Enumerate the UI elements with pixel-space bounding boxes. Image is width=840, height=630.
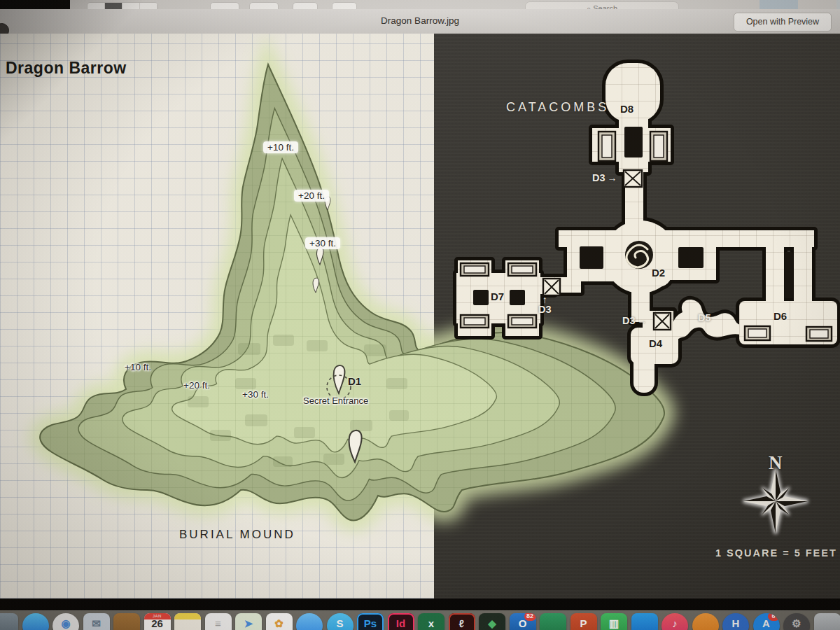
window-title: Dragon Barrow.jpg [0, 15, 840, 26]
dock-safari-icon[interactable] [22, 613, 49, 630]
finder-toolbar-strip: ⌕ Search [0, 0, 840, 9]
dock-numbers-icon[interactable]: ▥ [601, 613, 627, 630]
dock-finder-icon[interactable] [0, 613, 18, 630]
dock-powerpoint-icon[interactable]: P [570, 613, 597, 630]
dock-excel-icon[interactable]: x [418, 613, 444, 630]
reminders-glyph: ≡ [205, 617, 232, 629]
quicklook-titlebar: Dragon Barrow.jpg Open with Preview [0, 9, 840, 34]
map-image: Dragon Barrow +10 ft. +20 ft. +30 ft. +1… [0, 34, 840, 598]
map-drawing [0, 34, 840, 598]
dock-reminders-icon[interactable]: ≡ [205, 613, 232, 630]
open-with-preview-button[interactable]: Open with Preview [734, 13, 832, 31]
excel-glyph: x [418, 617, 444, 629]
dock-chrome-icon[interactable]: ◉ [52, 613, 79, 630]
notes-top-strip [174, 613, 201, 620]
spiral-stair-icon [625, 241, 653, 269]
skype-glyph: S [327, 617, 354, 629]
photos-glyph: ✿ [266, 617, 293, 630]
dock-system-preferences-icon[interactable]: ⚙ [783, 613, 810, 630]
app-store-badge: 6 [768, 613, 780, 621]
numbers-glyph: ▥ [601, 617, 627, 630]
dock-acrobat-icon[interactable]: ℓ [449, 613, 475, 630]
screen-bottom-gap [0, 598, 840, 610]
dock-books-icon[interactable] [692, 613, 719, 630]
dock-app-store-icon[interactable]: A6 [753, 613, 780, 630]
dock-calendar-icon[interactable]: JAN26 [144, 613, 171, 630]
powerpoint-glyph: P [570, 617, 597, 629]
dock-maps-icon[interactable]: ➤ [235, 613, 262, 630]
dock-skype-icon[interactable]: S [327, 613, 354, 630]
dock-notes-icon[interactable] [174, 613, 201, 630]
finder-toolbar-panel: ⌕ Search [70, 0, 840, 9]
dock-parallels-icon[interactable]: ◆ [479, 613, 505, 630]
indesign-glyph: Id [388, 617, 414, 629]
dock-outlook-icon[interactable]: O82 [510, 613, 536, 630]
compass-rose-icon [743, 469, 808, 533]
dock-mail-icon[interactable]: ✉ [83, 613, 110, 630]
dock-music-icon[interactable]: ♪ [662, 613, 688, 630]
maps-glyph: ➤ [235, 617, 262, 630]
parallels-glyph: ◆ [479, 617, 505, 630]
mail-glyph: ✉ [83, 617, 110, 630]
app-blue-h-glyph: H [722, 617, 749, 629]
dock-photoshop-icon[interactable]: Ps [357, 613, 384, 630]
dock-keynote-icon[interactable] [631, 613, 658, 630]
dock-indesign-icon[interactable]: Id [388, 613, 414, 630]
outlook-badge: 82 [524, 613, 536, 621]
photoshop-glyph: Ps [357, 617, 384, 629]
calendar-glyph: 26 [144, 617, 171, 629]
dock-contacts-icon[interactable] [113, 613, 140, 630]
dock: ◉✉JAN26≡➤✿SPsIdxℓ◆O82P▥♪HA6⚙ [0, 610, 840, 630]
chrome-glyph: ◉ [52, 617, 79, 630]
music-glyph: ♪ [662, 617, 688, 629]
acrobat-glyph: ℓ [449, 617, 475, 629]
window-fragment [836, 0, 840, 9]
photographed-mac-screen: ⌕ Search Dragon Barrow.jpg Open with Pre… [0, 0, 840, 630]
dock-messages-icon[interactable] [296, 613, 323, 630]
dock-office-green-icon[interactable] [540, 613, 566, 630]
window-fragment [760, 0, 798, 9]
system-preferences-glyph: ⚙ [783, 617, 810, 630]
dock-photos-icon[interactable]: ✿ [266, 613, 293, 630]
dock-app-blue-h-icon[interactable]: H [722, 613, 749, 630]
dock-trash-icon[interactable] [814, 613, 840, 630]
